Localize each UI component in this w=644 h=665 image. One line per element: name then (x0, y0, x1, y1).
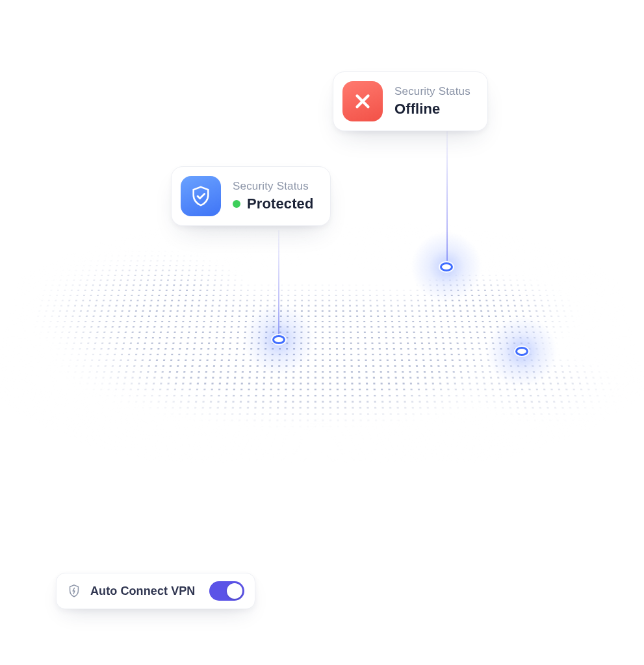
security-status-label: Security Status (233, 180, 313, 193)
security-status-card-protected: Security Status Protected (171, 166, 331, 226)
world-map-backdrop (4, 240, 633, 439)
security-status-value: Protected (247, 195, 313, 212)
shield-bolt-icon (67, 584, 81, 598)
shield-check-icon (181, 176, 221, 216)
security-status-card-offline: Security Status Offline (333, 71, 488, 131)
security-status-value: Offline (394, 101, 440, 118)
connector-line (278, 230, 279, 340)
auto-connect-vpn-chip: Auto Connect VPN (56, 573, 255, 609)
auto-connect-vpn-label: Auto Connect VPN (90, 584, 195, 598)
x-icon (342, 81, 383, 121)
security-status-label: Security Status (394, 85, 470, 98)
connector-line (446, 131, 448, 261)
auto-connect-vpn-toggle[interactable] (209, 581, 244, 601)
status-indicator-dot (233, 200, 240, 208)
